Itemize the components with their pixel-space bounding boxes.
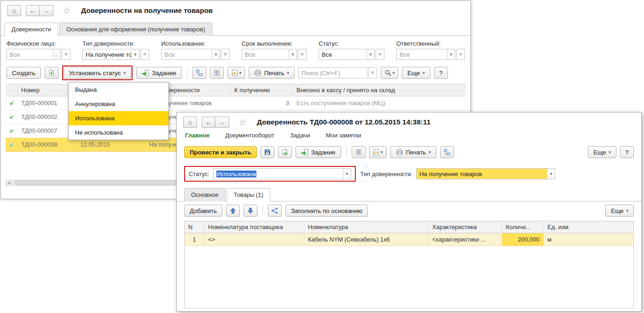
back-button[interactable]: ← (26, 5, 40, 16)
type-field-label: Тип доверенности: (360, 171, 412, 177)
move-up-button[interactable] (226, 205, 240, 217)
create-button[interactable]: Создать (6, 67, 41, 79)
cell-characteristic[interactable]: <характеристики ... (429, 233, 502, 246)
filter-usage-clear-button[interactable]: × (221, 49, 230, 60)
task-button[interactable]: Задание (296, 146, 341, 158)
chevron-down-icon: ▾ (429, 150, 431, 154)
menu-item-vydana[interactable]: Выдана (69, 83, 168, 97)
header-to-receive[interactable]: К получению (231, 84, 293, 96)
tab-osnovaniya[interactable]: Основания для оформления (получение това… (59, 23, 212, 36)
favorite-star-icon[interactable]: ☆ (238, 117, 247, 128)
filter-person-clear-button[interactable]: × (62, 49, 70, 60)
nav-zadachi[interactable]: Задачи (290, 132, 310, 139)
nav-dokumentooborot[interactable]: Документооборот (225, 132, 274, 139)
cell-supplier-item[interactable]: <> (204, 233, 304, 246)
task-button[interactable]: Задание (136, 67, 182, 79)
filter-type-select[interactable]: На получение тов ▾ (82, 49, 139, 60)
print-button[interactable]: Печать ▾ (390, 146, 436, 158)
post-and-close-button[interactable]: Провести и закрыть (184, 146, 257, 158)
set-status-button[interactable]: Установить статус ▾ (64, 67, 131, 79)
create-new-doc-button[interactable] (45, 67, 58, 79)
lookup-ellipsis-icon[interactable]: ... (52, 49, 60, 59)
related-documents-button[interactable] (192, 67, 206, 79)
help-button[interactable]: ? (434, 67, 448, 79)
home-button[interactable]: ⌂ (7, 5, 21, 16)
items-more-button[interactable]: Еще ▾ (605, 205, 634, 217)
type-select[interactable]: На получение товаров ▾ (416, 168, 555, 179)
list-settings-button[interactable] (210, 67, 224, 79)
filter-responsible-clear-button[interactable]: × (456, 49, 465, 60)
tab-osnovnoe[interactable]: Основное (184, 188, 226, 201)
home-icon: ⌂ (188, 118, 192, 126)
filter-deadline-select[interactable]: Все ▾ (242, 49, 297, 60)
fill-by-basis-button[interactable]: Заполнить по основанию (285, 205, 368, 217)
header-item[interactable]: Номенклатура (304, 221, 429, 233)
save-button[interactable] (261, 146, 274, 158)
home-button[interactable]: ⌂ (183, 117, 197, 128)
back-button[interactable]: ← (202, 117, 215, 128)
header-quantity[interactable]: Количе... (502, 221, 544, 233)
forward-button[interactable]: → (40, 5, 53, 16)
scroll-left-button[interactable]: ◄ (6, 180, 12, 186)
related-documents-button[interactable] (440, 146, 454, 158)
forward-icon: → (219, 118, 226, 126)
chevron-down-icon[interactable]: ▾ (366, 49, 374, 59)
search-input[interactable] (298, 67, 367, 78)
more-button[interactable]: Еще ▾ (588, 146, 616, 158)
menu-item-ne-ispolzovana[interactable]: Не использована (69, 125, 168, 140)
menu-item-annulirovana[interactable]: Аннулирована (69, 97, 168, 111)
chevron-down-icon[interactable]: ▾ (547, 169, 555, 179)
help-button[interactable]: ? (620, 146, 634, 158)
list-settings-button[interactable] (352, 146, 366, 158)
filter-deadline-clear-button[interactable]: × (298, 49, 307, 60)
reports-menu-button[interactable]: ▾ (227, 67, 245, 79)
header-unit[interactable]: Ед. изм. (544, 221, 633, 233)
header-characteristic[interactable]: Характеристика (429, 221, 502, 233)
posted-doc-check-icon (6, 127, 17, 135)
items-row[interactable]: 1 <> Кабель NYM (Севкабель) 1х6 <характе… (185, 233, 633, 246)
chevron-down-icon[interactable]: ▾ (447, 49, 455, 59)
reports-menu-button[interactable]: ▾ (369, 146, 387, 158)
filter-person-input[interactable]: Все ... (6, 49, 61, 60)
move-down-button[interactable] (244, 205, 257, 217)
filter-type-clear-button[interactable]: × (140, 49, 149, 60)
favorite-star-icon[interactable]: ☆ (63, 5, 71, 16)
cell-n: 1 (185, 233, 204, 246)
menu-item-ispolzovana[interactable]: Использована (69, 111, 168, 125)
toolbar-separator (262, 206, 263, 216)
print-button[interactable]: Печать ▾ (249, 67, 295, 79)
search-menu-button[interactable]: ▾ (381, 67, 398, 79)
tab-doverennosti[interactable]: Доверенности (5, 23, 58, 36)
header-deposited[interactable]: Внесено в кассу / принято на склад (293, 84, 466, 96)
filter-responsible-value: Все (397, 51, 447, 58)
desktop: ⌂ ← → ☆ Доверенности на получение товаро… (0, 0, 644, 313)
search-clear-button[interactable]: × (368, 67, 377, 78)
chevron-down-icon[interactable]: ▾ (131, 49, 139, 59)
cell-unit[interactable]: м (544, 233, 633, 246)
filter-usage-select[interactable]: Все ▾ (161, 49, 220, 60)
structure-links-button[interactable] (268, 205, 282, 217)
create-based-on-button[interactable] (278, 146, 292, 158)
status-select[interactable]: Использована ▾ (213, 168, 351, 179)
header-number[interactable]: Номер (17, 84, 76, 96)
cell-item[interactable]: Кабель NYM (Севкабель) 1х6 (304, 233, 429, 246)
more-button[interactable]: Еще ▾ (402, 67, 430, 79)
cell-quantity[interactable]: 200,000 (502, 233, 544, 246)
filter-type-label: Тип доверенности: (82, 40, 149, 47)
filter-status-clear-button[interactable]: × (376, 49, 384, 60)
add-row-button[interactable]: Добавить (184, 205, 222, 217)
chevron-down-icon[interactable]: ▾ (289, 49, 296, 59)
forward-button[interactable]: → (215, 117, 229, 128)
header-n[interactable]: N (185, 221, 204, 233)
nav-moi-zametki[interactable]: Мои заметки (326, 132, 361, 139)
chevron-down-icon[interactable]: ▾ (343, 169, 351, 179)
doc-window: ⌂ ← → ☆ Доверенность ТД00-000008 от 12.0… (176, 112, 642, 312)
tab-tovary[interactable]: Товары (1) (227, 188, 270, 201)
printer-icon (396, 148, 403, 156)
filter-responsible-select[interactable]: Все ▾ (396, 49, 455, 60)
nav-glavnoe[interactable]: Главное (185, 132, 209, 139)
header-supplier-item[interactable]: Номенклатура поставщика (204, 221, 304, 233)
filter-status-select[interactable]: Все ▾ (319, 49, 375, 60)
search-box: × (298, 67, 377, 78)
chevron-down-icon[interactable]: ▾ (212, 49, 220, 59)
